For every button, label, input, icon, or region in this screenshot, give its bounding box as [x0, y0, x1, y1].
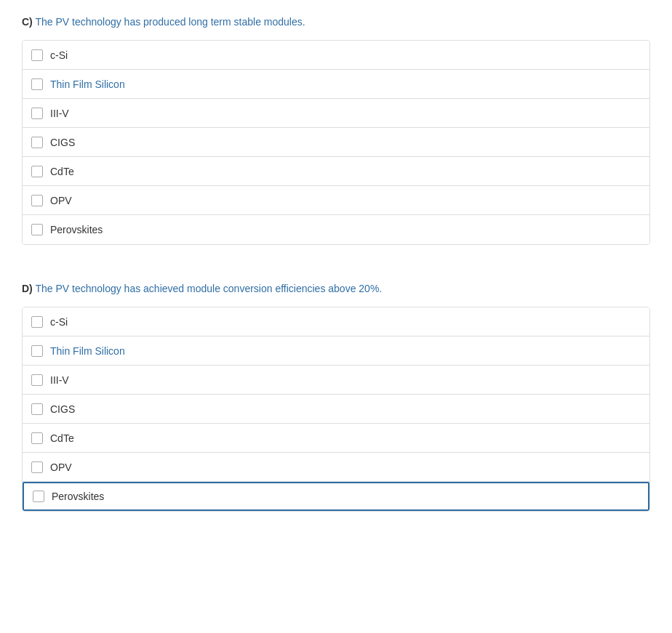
option-item-c-thinFilm[interactable]: Thin Film Silicon: [23, 70, 649, 99]
options-list-d: c-SiThin Film SiliconIII-VCIGSCdTeOPVPer…: [22, 307, 650, 512]
question-text: The PV technology has achieved module co…: [35, 283, 382, 294]
option-label-c-cSi: c-Si: [50, 49, 68, 61]
option-label-d-iiiv: III-V: [50, 374, 69, 386]
option-label-d-cigs: CIGS: [50, 403, 75, 415]
checkbox-d-cSi[interactable]: [31, 316, 43, 328]
option-label-c-cdte: CdTe: [50, 166, 74, 177]
option-item-c-cSi[interactable]: c-Si: [23, 41, 649, 70]
checkbox-c-thinFilm[interactable]: [31, 78, 43, 90]
option-item-d-cdte[interactable]: CdTe: [23, 424, 649, 453]
question-block-d: D) The PV technology has achieved module…: [22, 281, 650, 512]
option-item-d-cigs[interactable]: CIGS: [23, 395, 649, 424]
checkbox-c-iiiv[interactable]: [31, 108, 43, 119]
option-label-d-opv: OPV: [50, 461, 72, 473]
checkbox-c-cSi[interactable]: [31, 49, 43, 61]
question-label-d: D) The PV technology has achieved module…: [22, 281, 650, 297]
option-label-c-iiiv: III-V: [50, 108, 69, 119]
option-item-d-thinFilm[interactable]: Thin Film Silicon: [23, 336, 649, 366]
checkbox-c-opv[interactable]: [31, 195, 43, 206]
checkbox-d-perovskites[interactable]: [33, 491, 44, 502]
checkbox-d-iiiv[interactable]: [31, 374, 43, 386]
option-label-c-thinFilm: Thin Film Silicon: [50, 78, 125, 90]
option-label-d-cSi: c-Si: [50, 316, 68, 328]
option-item-d-cSi[interactable]: c-Si: [23, 307, 649, 336]
checkbox-c-cigs[interactable]: [31, 137, 43, 148]
option-item-d-opv[interactable]: OPV: [23, 453, 649, 482]
question-label-c: C) The PV technology has produced long t…: [22, 15, 650, 30]
question-block-c: C) The PV technology has produced long t…: [22, 15, 650, 245]
option-label-d-perovskites: Perovskites: [52, 491, 104, 502]
option-item-c-perovskites[interactable]: Perovskites: [23, 215, 649, 244]
option-label-c-perovskites: Perovskites: [50, 224, 103, 235]
option-label-c-opv: OPV: [50, 195, 72, 206]
option-item-d-perovskites[interactable]: Perovskites: [23, 482, 649, 511]
option-item-c-cigs[interactable]: CIGS: [23, 128, 649, 157]
checkbox-c-perovskites[interactable]: [31, 224, 43, 235]
checkbox-d-thinFilm[interactable]: [31, 345, 43, 357]
question-letter: C): [22, 16, 33, 28]
checkbox-c-cdte[interactable]: [31, 166, 43, 177]
option-item-c-iiiv[interactable]: III-V: [23, 99, 649, 128]
option-item-d-iiiv[interactable]: III-V: [23, 366, 649, 395]
option-label-d-thinFilm: Thin Film Silicon: [50, 345, 125, 357]
option-label-c-cigs: CIGS: [50, 137, 75, 148]
option-label-d-cdte: CdTe: [50, 432, 74, 444]
options-list-c: c-SiThin Film SiliconIII-VCIGSCdTeOPVPer…: [22, 40, 650, 245]
question-letter: D): [22, 283, 33, 294]
question-text: The PV technology has produced long term…: [35, 16, 305, 28]
option-item-c-opv[interactable]: OPV: [23, 186, 649, 215]
checkbox-d-opv[interactable]: [31, 461, 43, 473]
checkbox-d-cigs[interactable]: [31, 403, 43, 415]
option-item-c-cdte[interactable]: CdTe: [23, 157, 649, 186]
checkbox-d-cdte[interactable]: [31, 432, 43, 444]
